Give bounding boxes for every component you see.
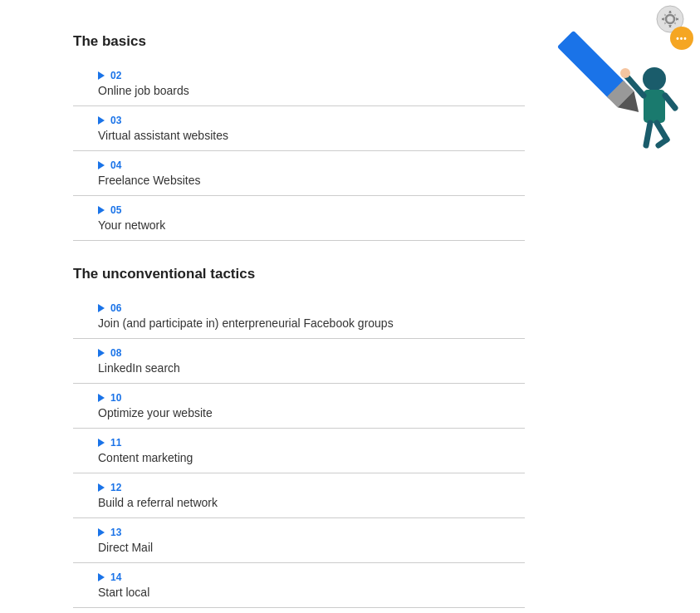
item-label: Virtual assistant websites [98,129,525,142]
item-number: 13 [98,527,525,538]
play-icon [98,573,105,581]
item-number: 12 [98,482,525,493]
play-icon [98,528,105,537]
item-label: Join (and participate in) enterpreneuria… [98,316,525,330]
list-item[interactable]: 06 Join (and participate in) enterpreneu… [73,294,525,339]
play-icon [98,349,105,357]
item-label: Content marketing [98,451,525,464]
play-icon [98,161,105,169]
list-item[interactable]: 14 Start local [73,563,525,608]
item-number: 08 [98,347,525,359]
item-number: 04 [98,159,525,171]
section-basics: The basics 02 Online job boards 03 Virtu… [73,33,525,241]
item-label: Optimize your website [98,406,525,419]
item-label: Direct Mail [98,541,525,554]
item-number: 10 [98,392,525,404]
item-number: 06 [98,302,525,314]
play-icon [98,483,105,492]
svg-line-7 [646,123,650,145]
item-label: Freelance Websites [98,174,525,187]
section-unconventional: The unconventional tactics 06 Join (and … [73,266,525,608]
notification-badge[interactable]: ••• [670,27,693,50]
svg-point-10 [620,68,630,78]
item-number: 14 [98,571,525,583]
play-icon [98,304,105,312]
play-icon [98,394,105,402]
item-label: Build a referral network [98,496,525,509]
item-number: 02 [98,70,525,81]
list-item[interactable]: 04 Freelance Websites [73,151,525,196]
section-basics-title: The basics [73,33,525,50]
svg-point-3 [643,67,666,91]
item-number: 05 [98,204,525,216]
item-number: 03 [98,115,525,126]
list-item[interactable]: 08 LinkedIn search [73,339,525,384]
list-item[interactable]: 13 Direct Mail [73,518,525,563]
list-item[interactable]: 12 Build a referral network [73,473,525,518]
svg-line-9 [658,140,667,145]
list-item[interactable]: 05 Your network [73,196,525,241]
section-unconventional-title: The unconventional tactics [73,266,525,282]
illustration: ••• [526,0,700,166]
svg-line-6 [665,96,675,108]
main-content: The basics 02 Online job boards 03 Virtu… [0,0,598,613]
item-label: Your network [98,218,525,232]
list-item[interactable]: 10 Optimize your website [73,384,525,429]
item-number: 11 [98,437,525,449]
play-icon [98,206,105,214]
list-item[interactable]: 02 Online job boards [73,61,525,106]
item-label: Online job boards [98,84,525,97]
list-item[interactable]: 11 Content marketing [73,429,525,473]
item-label: LinkedIn search [98,361,525,375]
play-icon [98,116,105,125]
play-icon [98,439,105,447]
svg-rect-4 [644,90,665,123]
list-item[interactable]: 03 Virtual assistant websites [73,106,525,151]
item-label: Start local [98,586,525,599]
play-icon [98,71,105,80]
